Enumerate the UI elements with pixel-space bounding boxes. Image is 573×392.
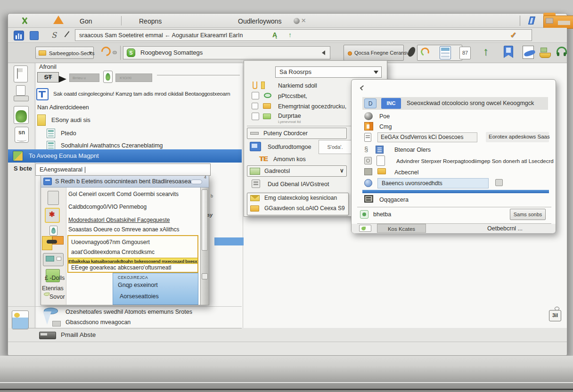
chevron-down-icon[interactable]: ∨ — [340, 167, 344, 174]
list-item[interactable]: Ptedo — [47, 129, 243, 140]
copier-icon — [43, 253, 64, 266]
stamp-button[interactable]: ST — [37, 72, 59, 82]
chart-icon[interactable] — [14, 31, 24, 41]
slot-icon — [252, 92, 259, 99]
dialog-titlebar[interactable]: S Redh b Eetetins ocincnintean bent Btad… — [41, 176, 209, 188]
blue-field-value: Baeencs uvonsroedhdts — [382, 180, 442, 187]
highlighted-item[interactable]: Etbaikxkaa katsaibxoanxkdtoahn bxkexsoxe… — [68, 258, 197, 264]
option-row[interactable]: Oqqgacera — [362, 195, 548, 205]
doc-icon — [364, 133, 371, 142]
list-item[interactable]: Nan Adirerdcideeen — [37, 104, 89, 111]
list-item[interactable]: ESony audi sis — [37, 114, 243, 127]
teams-icon — [36, 88, 49, 100]
cart-icon[interactable] — [540, 48, 552, 59]
menu-row-label: Dud Gbenal IAVGstreot — [268, 181, 329, 188]
tab-chip[interactable]: Kos Kcates — [377, 224, 426, 233]
selected-row[interactable]: To Avoeeg Eonua Magpnt — [8, 149, 242, 163]
footer-row[interactable]: bhetba Sams sonbs — [360, 210, 548, 221]
monitor-icon — [364, 195, 373, 203]
options-dialog: D INC Soeoxckwad otcoolocio srong owcel … — [351, 79, 556, 233]
print-file-icon[interactable] — [523, 46, 534, 59]
panel-line[interactable]: Gnqp esxeinort — [118, 282, 158, 288]
stodo-button[interactable]: S'oda'. — [319, 140, 352, 154]
bordered-row[interactable]: Gadreotsl ∨ — [247, 165, 347, 177]
printer-icon[interactable] — [14, 85, 29, 102]
plant-icon[interactable] — [14, 106, 29, 124]
search-field[interactable]: S Roogbevog Somattegs — [123, 46, 330, 59]
leaf-icon — [359, 225, 371, 232]
panel-line[interactable]: Aorseseattoies — [120, 293, 159, 300]
option-row[interactable]: § Btenoar Olers — [362, 145, 548, 155]
dropdown-item[interactable]: Uoeovnagyoo67nm Gmgousert — [71, 239, 150, 246]
sphere-icon[interactable] — [294, 18, 300, 24]
progress-bar-1[interactable]: Brrieu u — [69, 74, 99, 82]
progress-bar-2[interactable]: K'IO/XI — [115, 74, 152, 82]
list-item[interactable]: Sak oaatd csingolecgoinu! Kamzg tam adis… — [36, 88, 242, 101]
folder-dropdown-button[interactable]: Sarbeegptoo-Secks — [35, 47, 94, 59]
pitcher-icon — [42, 307, 63, 328]
s-glyph: S — [51, 31, 57, 40]
menu-item-reopns[interactable]: Reopns — [139, 17, 162, 25]
menu-item-gon[interactable]: Gon — [80, 17, 92, 25]
option-row[interactable]: Cmg — [362, 122, 548, 132]
left-icon-strip — [8, 63, 35, 328]
badge-sn-icon[interactable]: sn — [15, 127, 29, 143]
group-row[interactable]: GGaavdeon soLoAtO Ceexa S9 — [249, 204, 347, 214]
combo-box[interactable]: Sa Roosrps — [275, 66, 382, 78]
dropdown-item[interactable]: Gol Ceneirl oxcerlt Comd Goermbi scearvi… — [68, 191, 179, 198]
dialog-scrollbar[interactable] — [200, 188, 209, 305]
footer-item-label[interactable]: Pmaill Abste — [61, 331, 96, 339]
header-row[interactable]: D INC Soeoxckwad otcoolocio srong owcel … — [362, 97, 548, 110]
te-icon: TE — [259, 155, 268, 163]
blue-field[interactable]: Baeencs uvonsroedhdts — [377, 178, 489, 188]
scroll-thumb[interactable] — [202, 189, 208, 251]
option-row[interactable]: Baeencs uvonsroedhdts — [362, 179, 548, 189]
menu-row-label: Ehemgrtniat gocezdrucku, — [278, 103, 346, 110]
mini-icon[interactable] — [495, 179, 503, 186]
left-label: Sovor — [49, 294, 65, 300]
combo-arrow-icon — [374, 71, 378, 74]
option-row[interactable]: Advindrer Sterpxer Roerpagtoodiimgep Son… — [362, 156, 548, 167]
footer-line1: Ozeshetoafes swedhil Atomots ememuns Sro… — [65, 309, 192, 315]
dropdown-item[interactable]: Caldbdcomgo0/VIO Penmebog — [68, 204, 147, 211]
menu-row-label: pPtccstbet, — [278, 93, 307, 99]
option-row[interactable]: Acbecnel — [362, 168, 548, 178]
dropdown-dialog: S Redh b Eetetins ocincnintean bent Btad… — [41, 175, 209, 305]
option-row[interactable]: EeGAx OsdVerros kCi Doescoes Eorotex apd… — [362, 133, 548, 144]
green-note-icon — [250, 168, 260, 175]
dropdown-item[interactable]: Soaastas Ooeure co Smreve aonae xAlithcs — [68, 227, 179, 233]
view-mode-button[interactable]: Qocsa Fnegne Ceransv — [344, 45, 404, 61]
slot-icon — [252, 113, 259, 120]
selection-bar — [362, 190, 549, 193]
dialog-icon — [43, 178, 52, 185]
sheet-icon — [377, 155, 385, 166]
scissors-icon[interactable] — [20, 16, 30, 25]
square-icon[interactable] — [30, 31, 39, 40]
field-caret-button[interactable] — [322, 50, 325, 55]
calculator-icon[interactable] — [440, 46, 451, 59]
green-oval-icon — [264, 93, 271, 98]
same-button[interactable]: Sams sonbs — [510, 209, 546, 220]
photo-icon[interactable] — [12, 310, 29, 329]
dropdown-item[interactable]: aoat'Goditeexdoma Cnrotsdksmc — [71, 249, 155, 256]
address-field[interactable]: sraacous Sam Soetetiret emmal ← Aogusatu… — [75, 29, 532, 41]
bottom-bar: Kos Kcates Oetbebcrnl ... — [352, 224, 556, 233]
option-row[interactable]: Poe — [362, 112, 548, 122]
bordered-row[interactable]: Puteny Cbordcer — [247, 128, 347, 139]
inline-box[interactable]: EeGAx OsdVerros kCi Doescoes — [377, 132, 477, 142]
headphones-icon[interactable] — [557, 47, 567, 54]
group-row[interactable]: Emg clatexckolog kesnicloan — [249, 194, 347, 204]
counter-icon[interactable]: 87 — [459, 47, 471, 59]
name-field[interactable]: EAengsweataral — [35, 163, 211, 176]
dropdown-item[interactable]: Modoredsatorl Obsatskihel Facgequeste — [68, 217, 170, 224]
upload-arrow-icon[interactable]: ↑ — [483, 45, 489, 58]
folder-corner-icon[interactable] — [543, 13, 573, 29]
address-check-icon[interactable]: ✓ — [510, 30, 516, 40]
list-item-label: Sak oaatd csingolecgoinu! Kamzg tam adis… — [53, 91, 230, 97]
close-glyph-icon[interactable]: × — [301, 16, 306, 25]
green-folder-icon — [263, 114, 271, 119]
titlebar-pill — [191, 180, 202, 184]
dropdown-item[interactable]: EEege goearkeac abkcsaero'oftusrneatl — [71, 265, 171, 271]
document-icon[interactable] — [14, 65, 28, 82]
footer-row-label: bhetba — [373, 211, 391, 218]
